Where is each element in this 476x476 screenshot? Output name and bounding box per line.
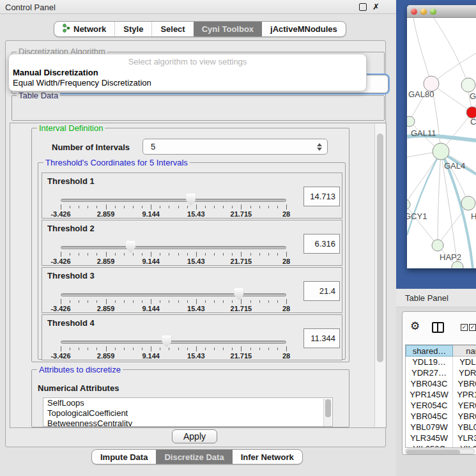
table-cell-shared-name[interactable]: YDL19… xyxy=(406,357,453,367)
panel-scrollbar-thumb[interactable] xyxy=(377,134,383,362)
tab-impute-data[interactable]: Impute Data xyxy=(92,450,156,464)
algorithm-option-equal-width[interactable]: Equal Width/Frequency Discretization xyxy=(13,78,151,88)
tick-mark xyxy=(250,253,251,256)
table-cell-name[interactable]: YBR043C xyxy=(453,378,476,389)
scale-label: 2.859 xyxy=(97,257,115,265)
tick-mark xyxy=(160,300,160,303)
table-hscrollbar-thumb[interactable] xyxy=(406,450,460,454)
slider-track[interactable] xyxy=(61,341,286,344)
table-cell-name[interactable]: YBL079W xyxy=(453,422,476,433)
column-header-name[interactable]: name xyxy=(453,345,476,357)
list-item[interactable]: SelfLoops xyxy=(43,398,332,408)
checkbox-icon[interactable]: ✓ xyxy=(469,324,476,331)
tick-mark xyxy=(286,204,287,210)
tick-mark xyxy=(268,253,269,256)
tab-infer-network[interactable]: Infer Network xyxy=(233,450,302,464)
threshold-slider[interactable]: -3.4262.8599.14415.4321.71528 xyxy=(61,268,286,314)
tick-mark xyxy=(178,206,179,208)
tick-mark xyxy=(196,252,197,257)
column-header-shared-name[interactable]: shared… xyxy=(406,345,453,357)
table-row[interactable]: YBR043CYBR043C xyxy=(406,378,476,389)
threshold-slider[interactable]: -3.4262.8599.14415.4321.71528 xyxy=(61,220,286,266)
float-window-icon[interactable] xyxy=(359,3,367,11)
threshold-slider[interactable]: -3.4262.8599.14415.4321.71528 xyxy=(61,173,286,219)
list-scrollbar[interactable] xyxy=(323,399,332,427)
mac-close-icon[interactable] xyxy=(411,8,417,15)
network-node[interactable] xyxy=(433,143,449,160)
table-row[interactable]: YDL19…YDL19… xyxy=(406,357,476,367)
table-cell-shared-name[interactable]: YIL053C xyxy=(406,443,453,448)
network-node[interactable] xyxy=(432,240,443,251)
threshold-slider[interactable]: -3.4262.8599.14415.4321.71528 xyxy=(61,315,286,361)
table-row[interactable]: YPR145WYPR145W xyxy=(406,389,476,400)
tab-jactivemnodules[interactable]: jActiveMNodules xyxy=(262,22,346,36)
split-view-icon[interactable] xyxy=(432,322,444,333)
network-node[interactable] xyxy=(461,196,475,210)
list-item[interactable]: TopologicalCoefficient xyxy=(43,408,332,418)
tab-discretize-data[interactable]: Discretize Data xyxy=(156,450,232,464)
mac-minimize-icon[interactable] xyxy=(420,8,427,15)
table-row[interactable]: YLR345WYLR345W xyxy=(406,433,476,443)
apply-button[interactable]: Apply xyxy=(172,429,217,443)
table-row[interactable]: YBL079WYBL079W xyxy=(406,422,476,433)
number-of-intervals-combobox[interactable]: 5 xyxy=(142,139,328,155)
close-icon[interactable]: ✗ xyxy=(372,3,380,11)
mac-zoom-icon[interactable] xyxy=(430,8,436,15)
table-row[interactable]: YBR045CYBR045C xyxy=(406,411,476,422)
table-cell-shared-name[interactable]: YLR345W xyxy=(406,433,453,443)
checkbox-icon[interactable]: ✓ xyxy=(461,324,468,331)
table-cell-name[interactable]: YDR27… xyxy=(453,367,476,378)
slider-ticks xyxy=(61,346,286,352)
scale-label: 28 xyxy=(282,210,290,218)
table-cell-name[interactable]: YDL19… xyxy=(453,357,476,367)
table-cell-shared-name[interactable]: YDR27… xyxy=(406,367,453,378)
gear-icon[interactable]: ⚙ xyxy=(410,321,420,332)
tab-network[interactable]: Network xyxy=(54,22,114,36)
table-data-title: Table Data xyxy=(17,91,60,100)
slider-track[interactable] xyxy=(61,199,286,202)
tick-mark xyxy=(151,346,151,351)
network-node[interactable] xyxy=(461,78,475,92)
table-cell-name[interactable]: YIL053C xyxy=(453,443,476,448)
control-panel: Control Panel ✗ NetworkStyleSelectCyni T… xyxy=(0,0,396,476)
tab-label: Style xyxy=(123,24,143,34)
tab-select[interactable]: Select xyxy=(151,22,193,36)
top-tab-bar: NetworkStyleSelectCyni ToolboxjActiveMNo… xyxy=(54,21,346,37)
table-hscrollbar[interactable] xyxy=(405,449,475,454)
table-cell-shared-name[interactable]: YBL079W xyxy=(406,422,453,433)
table-cell-name[interactable]: YPR145W xyxy=(453,389,476,400)
scale-label: 28 xyxy=(282,352,290,360)
table-cell-name[interactable]: YER054C xyxy=(453,400,476,411)
algorithm-option-manual[interactable]: Manual Discretization xyxy=(13,68,98,77)
table-row[interactable]: YIL053CYIL053C xyxy=(406,443,476,448)
table-cell-shared-name[interactable]: YER054C xyxy=(406,400,453,411)
table-cell-name[interactable]: YBR045C xyxy=(453,411,476,422)
list-item[interactable]: BetweennessCentrality xyxy=(43,418,332,427)
threshold-value-field[interactable]: 14.713 xyxy=(303,187,340,206)
panel-scrollbar[interactable] xyxy=(374,124,385,427)
table-panel-header: Table Panel xyxy=(396,289,476,307)
tab-cyni-toolbox[interactable]: Cyni Toolbox xyxy=(194,22,262,36)
network-node[interactable] xyxy=(407,116,415,127)
network-node[interactable] xyxy=(407,199,410,210)
tick-mark xyxy=(223,348,224,350)
slider-track[interactable] xyxy=(61,246,286,249)
tab-label: Select xyxy=(160,24,185,34)
table-cell-shared-name[interactable]: YBR045C xyxy=(406,411,453,422)
table-cell-shared-name[interactable]: YBR043C xyxy=(406,378,453,389)
tick-mark xyxy=(196,346,197,351)
table-cell-shared-name[interactable]: YPR145W xyxy=(406,389,453,400)
threshold-value-field[interactable]: 6.316 xyxy=(303,234,340,254)
network-canvas[interactable]: GAL80GCGAL11GAL4GCY1HHAP2 xyxy=(407,18,476,268)
scale-label: -3.426 xyxy=(50,210,70,218)
table-row[interactable]: YER054CYER054C xyxy=(406,400,476,411)
threshold-value-field[interactable]: 21.4 xyxy=(303,281,340,301)
node-label: GAL11 xyxy=(411,128,436,138)
table-row[interactable]: YDR27…YDR27… xyxy=(406,367,476,378)
number-of-intervals-label: Number of Intervals xyxy=(52,142,130,152)
threshold-value-field[interactable]: 11.344 xyxy=(303,328,340,348)
slider-track[interactable] xyxy=(61,293,286,296)
table-cell-name[interactable]: YLR345W xyxy=(453,433,476,443)
tab-style[interactable]: Style xyxy=(114,22,151,36)
tick-mark xyxy=(88,253,88,256)
